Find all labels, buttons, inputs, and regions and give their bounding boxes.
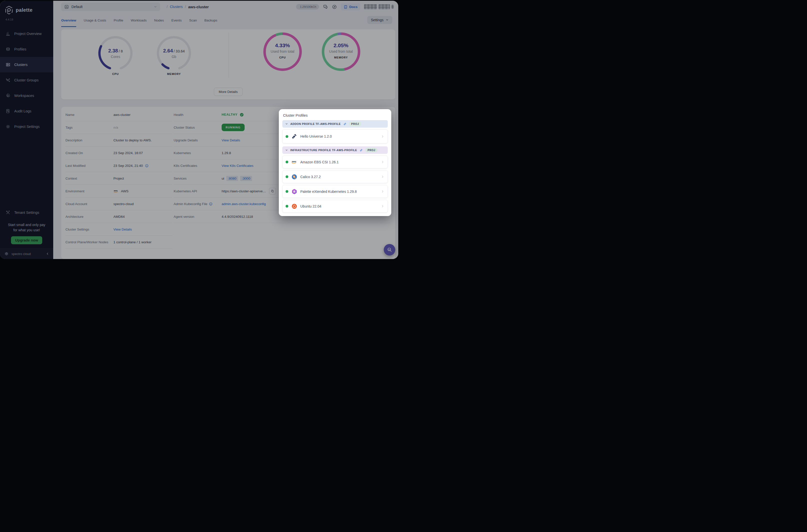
chevron-right-icon — [381, 135, 384, 138]
chevron-right-icon — [381, 175, 384, 178]
status-dot-green — [286, 160, 288, 163]
link-icon — [343, 122, 347, 126]
hello-universe-icon — [291, 133, 297, 139]
chevron-down-icon — [285, 149, 288, 152]
infrastructure-profile-name: INFRASTRUCTURE PROFILE TF-AWS-PROFILE — [290, 149, 357, 152]
popup-title: Cluster Profiles — [279, 113, 391, 120]
chevron-down-icon — [285, 122, 288, 126]
proj-scope-badge: PROJ — [365, 148, 377, 152]
link-icon — [359, 148, 363, 152]
pxk-hexagon-icon — [291, 189, 297, 194]
aws-logo-icon: aws — [291, 160, 297, 164]
addon-profile-header[interactable]: ADDON PROFILE TF-AWS-PROFILE PROJ — [282, 120, 388, 128]
proj-scope-badge: PROJ — [349, 122, 361, 126]
status-dot-green — [286, 135, 288, 138]
addon-profile-name: ADDON PROFILE TF-AWS-PROFILE — [290, 122, 341, 126]
cluster-profiles-popup: Cluster Profiles ADDON PROFILE TF-AWS-PR… — [279, 109, 391, 216]
status-dot-green — [286, 205, 288, 208]
status-dot-green — [286, 175, 288, 178]
app-window: palette 4.4.19 Project Overview Profiles — [0, 1, 398, 259]
chevron-right-icon — [381, 160, 384, 164]
profile-layer-hello-universe[interactable]: Hello Universe 1.2.0 — [282, 129, 388, 144]
infrastructure-profile-header[interactable]: INFRASTRUCTURE PROFILE TF-AWS-PROFILE PR… — [282, 146, 388, 154]
profile-layer-ubuntu[interactable]: Ubuntu 22.04 — [282, 200, 388, 212]
ubuntu-icon — [291, 203, 297, 209]
calico-icon — [291, 174, 297, 180]
svg-text:aws: aws — [292, 160, 296, 163]
profile-layer-palette-extended-kubernetes[interactable]: Palette eXtended Kubernetes 1.29.8 — [282, 185, 388, 198]
profile-layer-amazon-ebs-csi[interactable]: aws Amazon EBS CSI 1.26.1 — [282, 156, 388, 168]
chevron-right-icon — [381, 204, 384, 208]
profile-layer-calico[interactable]: Calico 3.27.2 — [282, 170, 388, 183]
chevron-right-icon — [381, 190, 384, 193]
status-dot-green — [286, 190, 288, 193]
